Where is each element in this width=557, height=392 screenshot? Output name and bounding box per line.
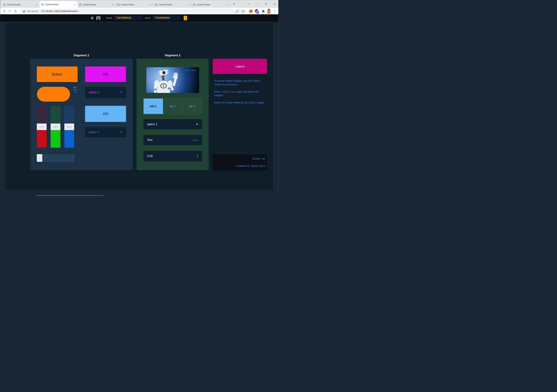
gear-icon[interactable] [90, 16, 94, 20]
slider-fill [64, 130, 74, 148]
legend-line: Return to Draw mode by pressing V again [214, 101, 267, 104]
number-input[interactable]: 0.00 ▲ ▼ [143, 151, 202, 161]
status-color-swatch[interactable] [184, 16, 187, 20]
slider-track[interactable] [64, 106, 74, 124]
rgb-readout: 255 113 0 [70, 86, 76, 93]
slider-handle[interactable] [37, 124, 47, 130]
horizontal-scrollbar[interactable] [0, 195, 278, 196]
browser-tab-active[interactable]: Control Panel × [40, 1, 77, 8]
address-field[interactable]: Not secure 172.28.96.1:16211/#edit-dGVzd… [20, 9, 246, 13]
slider-track[interactable] [37, 106, 47, 124]
tab-close-icon[interactable]: × [74, 3, 76, 6]
tab-close-icon[interactable]: × [225, 3, 227, 6]
rgb-r-value: 255 [70, 86, 76, 88]
text-input[interactable]: Text Enter [143, 135, 202, 145]
not-secure-warning-icon[interactable] [23, 10, 25, 13]
browser-tab[interactable]: Control Panel × [115, 2, 153, 8]
chevron-down-icon[interactable]: ▼ [120, 91, 122, 94]
slider-handle[interactable] [64, 124, 74, 130]
browser-tab[interactable]: Control Panel × [191, 2, 229, 8]
slider-handle[interactable] [51, 124, 60, 130]
legend-text: To group select widgets, go into Select … [214, 79, 267, 104]
reload-icon[interactable] [14, 9, 17, 13]
tab-divider [115, 3, 115, 6]
cookie-extension-icon[interactable] [249, 9, 253, 13]
new-tab-button[interactable]: + [232, 2, 237, 6]
widgets-columns-icon[interactable] [97, 16, 100, 20]
tab-close-icon[interactable]: × [149, 3, 152, 6]
dropdown-value: option 1 [147, 123, 157, 126]
segment1-title: Segment 1 [45, 54, 118, 57]
profile-avatar[interactable] [267, 9, 271, 13]
bookmark-star-icon[interactable] [241, 9, 245, 13]
author-line: Author: jsc [213, 157, 265, 160]
tab-search-chevron-icon[interactable] [246, 1, 252, 7]
chevron-down-icon[interactable]: ▼ [120, 131, 122, 134]
dropdown-value: option 1 [89, 131, 99, 134]
toggle-button-magenta[interactable]: ON [85, 66, 126, 82]
read-label: Read: [106, 16, 113, 19]
control-panel-favicon [117, 3, 120, 6]
app-toolbar: Read: Write: [0, 14, 278, 22]
enter-hint: Enter [193, 139, 198, 142]
dropdown-white[interactable]: option 1 ▼ [143, 119, 202, 129]
maximize-button[interactable] [263, 1, 269, 7]
legend-line: Move, resize, cut, copy and paste the wi… [214, 90, 267, 97]
share-icon[interactable] [235, 9, 239, 13]
tab-close-icon[interactable]: × [36, 3, 38, 6]
tab-divider [191, 3, 191, 6]
robot-image: PIXOTOPE [146, 67, 199, 93]
extensions-puzzle-icon[interactable] [261, 9, 265, 13]
segment1-panel: Button ON 255 113 0 option 1 ▼ [30, 59, 133, 170]
slider-fill [37, 130, 47, 148]
slider-handle[interactable] [37, 154, 42, 162]
author-line: Created 23. March 2022 [213, 164, 265, 168]
url-bar: Not secure 172.28.96.1:16211/#edit-dGVzd… [0, 8, 278, 14]
tab-group: tab 1 tab 2 tab 3 [143, 98, 202, 114]
browser-menu-icon[interactable] [272, 9, 277, 13]
scrollbar-thumb[interactable] [36, 195, 104, 196]
browser-tab[interactable]: Control Panel × [2, 2, 40, 8]
minimize-button[interactable] [255, 1, 260, 7]
browser-tab[interactable]: Control Panel × [77, 2, 115, 8]
tab-title: Control Panel [7, 3, 34, 6]
stepper-up-icon[interactable]: ▲ [197, 154, 198, 156]
back-icon[interactable] [2, 9, 6, 13]
rgb-b-value: 0 [70, 91, 76, 93]
purple-extension-icon[interactable]: 2 [254, 9, 259, 13]
forward-icon[interactable] [8, 9, 11, 13]
tab-2[interactable]: tab 2 [163, 98, 183, 114]
slider-track[interactable] [51, 106, 60, 124]
chevron-down-icon[interactable]: ▼ [196, 123, 198, 126]
legend-line: - [214, 86, 267, 90]
browser-tab[interactable]: Control Panel × [153, 2, 191, 8]
tab-close-icon[interactable]: × [187, 3, 189, 6]
push-button[interactable]: Button [37, 66, 78, 82]
control-panel-favicon [79, 3, 82, 6]
segment2-panel: PIXOTOPE tab 1 tab 2 tab 3 option 1 ▼ Te… [137, 59, 209, 170]
url-text[interactable]: 172.28.96.1:16211/#edit-dGVzdA== [41, 10, 79, 13]
color-indicator-pill[interactable] [37, 87, 70, 102]
dropdown-blue[interactable]: option 1 ▼ [85, 127, 126, 137]
dropdown-value: option 1 [89, 91, 99, 94]
tab-1[interactable]: tab 1 [144, 98, 163, 114]
slider-track[interactable] [42, 154, 74, 162]
rgb-g-value: 113 [70, 88, 76, 91]
dropdown-magenta[interactable]: option 1 ▼ [85, 87, 126, 98]
close-window-button[interactable] [272, 1, 278, 7]
not-secure-label[interactable]: Not secure [27, 10, 38, 13]
author-box: Author: jsc - Created 23. March 2022 [213, 154, 267, 170]
tab-3[interactable]: tab 3 [182, 98, 202, 114]
write-input[interactable] [153, 16, 180, 20]
tab-close-icon[interactable]: × [112, 3, 114, 6]
legend-line: To group select widgets, go into Select … [214, 79, 267, 86]
number-stepper[interactable]: ▲ ▼ [197, 154, 198, 158]
toggle-button-blue[interactable]: ON [85, 106, 126, 122]
legend-header: Legend [213, 59, 267, 74]
stepper-down-icon[interactable]: ▼ [197, 156, 198, 158]
tab-title: Control Panel [159, 3, 186, 6]
author-line: - [213, 160, 265, 164]
read-input[interactable] [114, 16, 142, 20]
extension-badge: 2 [256, 11, 259, 14]
control-panel-page: Segment 1 Segment 2 Button ON 255 113 0 … [0, 22, 278, 195]
